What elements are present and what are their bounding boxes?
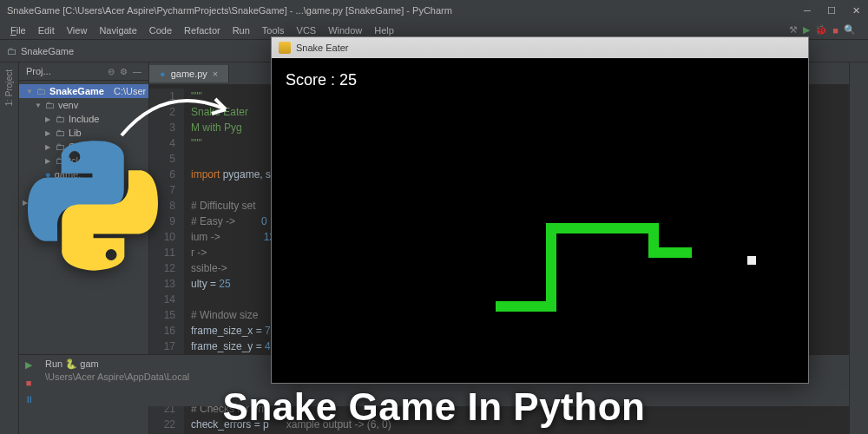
stop-icon[interactable]: ■	[832, 25, 838, 36]
window-title: SnakeGame [C:\Users\Acer Aspire\PycharmP…	[7, 5, 452, 16]
search-icon[interactable]: 🔍	[844, 24, 856, 36]
breadcrumb-root[interactable]: SnakeGame	[21, 46, 74, 56]
menu-run[interactable]: Run	[227, 23, 255, 37]
folder-icon: 🗀	[56, 128, 65, 138]
game-title: Snake Eater	[296, 43, 349, 53]
menu-code[interactable]: Code	[144, 23, 177, 37]
menu-tools[interactable]: Tools	[257, 23, 290, 37]
toolbar-run-controls: ⚒ ▶ 🐞 ■ 🔍	[789, 24, 863, 36]
menu-edit[interactable]: Edit	[33, 23, 60, 37]
image-caption: Snake Game In Python	[0, 385, 868, 429]
menu-help[interactable]: Help	[369, 23, 399, 37]
menu-view[interactable]: View	[62, 23, 93, 37]
folder-icon: 🗀	[56, 114, 65, 124]
game-window: Snake Eater Score : 25	[271, 36, 809, 384]
snake-segment	[546, 223, 659, 233]
chevron-right-icon: ▶	[45, 115, 52, 123]
ide-titlebar: SnakeGame [C:\Users\Acer Aspire\PycharmP…	[0, 0, 868, 21]
sidebar-title: Proj...	[26, 66, 51, 76]
menu-navigate[interactable]: Navigate	[94, 23, 141, 37]
snake-segment	[648, 247, 692, 258]
folder-icon: 🗀	[36, 86, 46, 96]
run-play-icon[interactable]: ▶	[803, 24, 810, 36]
build-icon[interactable]: ⚒	[789, 24, 798, 36]
python-logo	[28, 141, 158, 271]
rerun-icon[interactable]: ▶	[22, 358, 36, 372]
maximize-button[interactable]: ☐	[826, 5, 837, 16]
game-app-icon	[279, 42, 291, 54]
left-rail: 1: Project	[0, 62, 19, 434]
menu-window[interactable]: Window	[323, 23, 367, 37]
menu-file[interactable]: File	[5, 23, 31, 37]
menu-refactor[interactable]: Refactor	[179, 23, 226, 37]
close-button[interactable]: ✕	[851, 5, 861, 16]
folder-icon: 🗀	[45, 100, 55, 110]
right-rail	[849, 62, 868, 434]
debug-icon[interactable]: 🐞	[815, 24, 827, 36]
chevron-right-icon: ▶	[45, 129, 52, 137]
rail-structure[interactable]: 1: Project	[4, 66, 14, 109]
chevron-down-icon: ▼	[26, 88, 33, 95]
food-block	[747, 256, 756, 265]
score-display: Score : 25	[286, 70, 357, 89]
game-canvas[interactable]: Score : 25	[272, 58, 808, 383]
snake-segment	[546, 223, 556, 310]
minimize-button[interactable]: ─	[802, 5, 812, 16]
folder-icon: 🗀	[7, 45, 17, 57]
menu-vcs[interactable]: VCS	[292, 23, 322, 37]
chevron-down-icon: ▼	[35, 102, 42, 109]
game-titlebar[interactable]: Snake Eater	[272, 37, 808, 58]
